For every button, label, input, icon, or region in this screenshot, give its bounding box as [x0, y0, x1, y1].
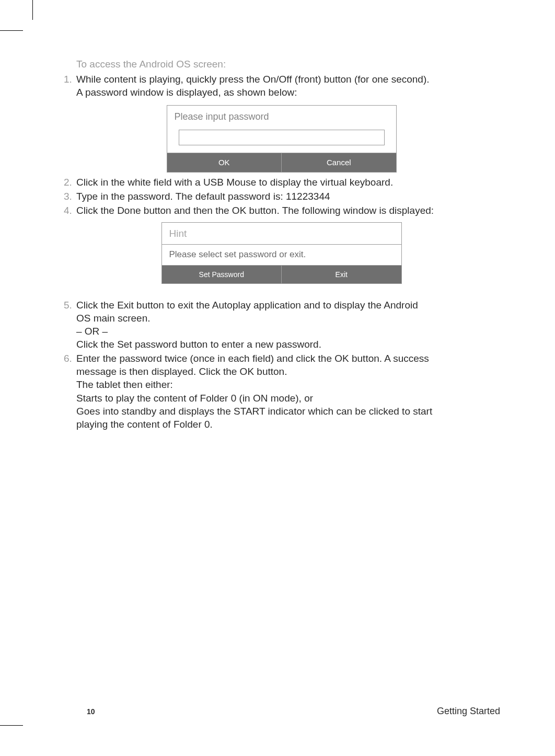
step-number: 4.	[64, 204, 76, 217]
cancel-button[interactable]: Cancel	[281, 153, 396, 172]
step-2: 2.Click in the white field with a USB Mo…	[63, 176, 500, 189]
step-number: 1.	[64, 73, 76, 86]
step-text: While content is playing, quickly press …	[76, 74, 430, 85]
page-number: 10	[87, 707, 95, 716]
step-text: Goes into standby and displays the START…	[76, 405, 500, 418]
step-text: Click in the white field with a USB Mous…	[76, 177, 393, 188]
step-list: 5.Click the Exit button to exit the Auto…	[63, 299, 500, 431]
password-input[interactable]	[179, 130, 385, 145]
dialog-title: Hint	[162, 223, 401, 244]
step-text: Starts to play the content of Folder 0 (…	[76, 392, 500, 405]
password-field-row	[167, 130, 396, 153]
step-number: 2.	[64, 176, 76, 189]
step-text: OS main screen.	[76, 312, 500, 325]
step-text: Enter the password twice (once in each f…	[76, 353, 429, 364]
step-text: message is then displayed. Click the OK …	[76, 365, 500, 378]
page-footer: 10 Getting Started	[63, 706, 500, 717]
step-text: – OR –	[76, 325, 500, 338]
hint-dialog: Hint Please select set password or exit.…	[161, 222, 402, 284]
step-4: 4.Click the Done button and then the OK …	[63, 204, 500, 217]
ok-button[interactable]: OK	[167, 153, 282, 172]
section-name: Getting Started	[437, 706, 500, 717]
step-text: Click the Done button and then the OK bu…	[76, 205, 434, 216]
step-number: 5.	[64, 299, 76, 312]
step-list: 2.Click in the white field with a USB Mo…	[63, 176, 500, 217]
step-5: 5.Click the Exit button to exit the Auto…	[63, 299, 500, 351]
exit-button[interactable]: Exit	[281, 266, 401, 283]
step-number: 3.	[64, 190, 76, 203]
section-heading: To access the Android OS screen:	[76, 58, 500, 71]
step-text: Click the Exit button to exit the Autopl…	[76, 300, 418, 311]
dialog-title: Please input password	[167, 106, 396, 130]
step-3: 3.Type in the password. The default pass…	[63, 190, 500, 203]
step-text: A password window is displayed, as shown…	[76, 86, 500, 99]
step-number: 6.	[64, 352, 76, 365]
set-password-button[interactable]: Set Password	[162, 266, 282, 283]
password-dialog: Please input password OK Cancel	[167, 105, 397, 173]
step-text: Type in the password. The default passwo…	[76, 191, 330, 202]
dialog-button-row: OK Cancel	[167, 153, 396, 172]
step-text: playing the content of Folder 0.	[76, 418, 500, 431]
dialog-button-row: Set Password Exit	[162, 265, 401, 283]
step-list: 1.While content is playing, quickly pres…	[63, 73, 500, 99]
step-1: 1.While content is playing, quickly pres…	[63, 73, 500, 99]
step-text: The tablet then either:	[76, 378, 500, 391]
step-text: Click the Set password button to enter a…	[76, 338, 500, 351]
dialog-message: Please select set password or exit.	[162, 244, 401, 265]
step-6: 6.Enter the password twice (once in each…	[63, 352, 500, 430]
